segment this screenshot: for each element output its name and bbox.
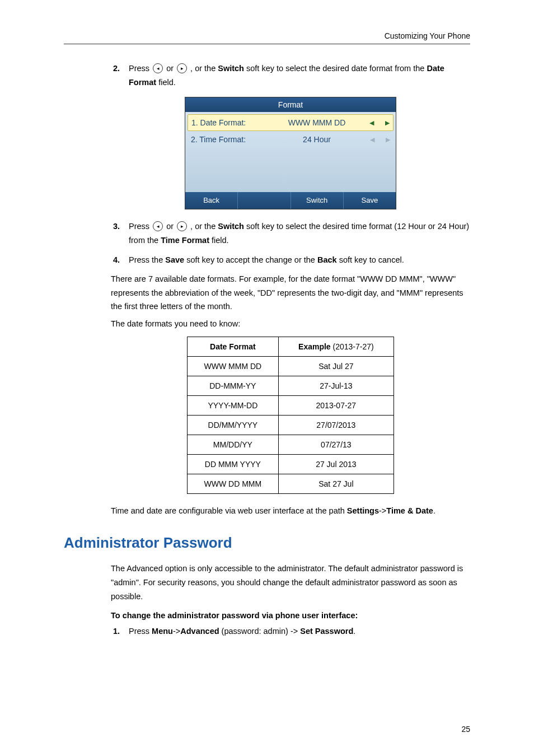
step-body: Press ◂ or ▸ , or the Switch soft key to… bbox=[129, 220, 470, 247]
chevron-left-icon[interactable]: ◀ bbox=[369, 119, 374, 127]
text: or bbox=[166, 222, 176, 231]
chevron-left-icon[interactable]: ◀ bbox=[370, 136, 374, 143]
cell-fmt: DD MMM YYYY bbox=[188, 454, 279, 474]
step-number: 1. bbox=[111, 624, 129, 638]
step-number: 4. bbox=[111, 253, 129, 267]
table-row: WWW MMM DDSat Jul 27 bbox=[188, 356, 394, 376]
step-2: 2. Press ◂ or ▸ , or the Switch soft key… bbox=[111, 62, 470, 89]
row-label: 2. Time Format: bbox=[191, 135, 264, 144]
text: Time and date are configurable via web u… bbox=[111, 506, 347, 515]
table-row: DD-MMM-YY27-Jul-13 bbox=[188, 376, 394, 395]
row-value: 24 Hour bbox=[264, 135, 370, 144]
phone-softkeys: Back Switch Save bbox=[185, 192, 396, 209]
left-arrow-icon: ◂ bbox=[153, 63, 163, 73]
phone-row-time-format[interactable]: 2. Time Format: 24 Hour ◀ ▶ bbox=[188, 131, 394, 148]
phone-body: 1. Date Format: WWW MMM DD ◀ ▶ 2. Time F… bbox=[185, 112, 396, 192]
save-label: Save bbox=[165, 255, 184, 264]
cell-ex: 27 Jul 2013 bbox=[278, 454, 394, 474]
softkey-back[interactable]: Back bbox=[185, 192, 238, 209]
text: -> bbox=[379, 506, 386, 515]
cell-ex: Sat 27 Jul bbox=[278, 474, 394, 493]
row-value: WWW MMM DD bbox=[264, 118, 369, 127]
left-arrow-icon: ◂ bbox=[153, 221, 163, 231]
text: Press bbox=[129, 222, 152, 231]
cell-fmt: WWW MMM DD bbox=[188, 356, 279, 376]
settings-label: Settings bbox=[347, 506, 379, 515]
col-example: Example (2013-7-27) bbox=[278, 337, 394, 356]
set-password-label: Set Password bbox=[300, 627, 353, 636]
table-row: MM/DD/YY07/27/13 bbox=[188, 435, 394, 454]
menu-label: Menu bbox=[152, 627, 173, 636]
text: soft key to select the desired date form… bbox=[246, 64, 427, 73]
table-row: WWW DD MMMSat 27 Jul bbox=[188, 474, 394, 493]
step-body: Press Menu->Advanced (password: admin) -… bbox=[129, 624, 470, 638]
section-administrator-password: Administrator Password bbox=[64, 534, 470, 552]
text: soft key to cancel. bbox=[339, 255, 404, 264]
formats-explanation: There are 7 available date formats. For … bbox=[111, 272, 470, 314]
cell-ex: 27/07/2013 bbox=[278, 415, 394, 435]
cell-fmt: MM/DD/YY bbox=[188, 435, 279, 454]
cell-ex: 2013-07-27 bbox=[278, 395, 394, 415]
text: . bbox=[433, 506, 435, 515]
cell-fmt: DD-MMM-YY bbox=[188, 376, 279, 395]
header-rule bbox=[64, 44, 470, 44]
text: , or the bbox=[190, 222, 218, 231]
step-3: 3. Press ◂ or ▸ , or the Switch soft key… bbox=[111, 220, 470, 247]
time-date-label: Time & Date bbox=[386, 506, 433, 515]
row-arrows[interactable]: ◀ ▶ bbox=[370, 136, 390, 143]
text: field. bbox=[158, 78, 176, 87]
cell-fmt: DD/MM/YYYY bbox=[188, 415, 279, 435]
table-row: DD/MM/YYYY27/07/2013 bbox=[188, 415, 394, 435]
text: (password: admin) -> bbox=[222, 627, 298, 636]
chevron-right-icon[interactable]: ▶ bbox=[386, 136, 390, 143]
switch-label: Switch bbox=[218, 64, 244, 73]
text: soft key to accept the change or the bbox=[186, 255, 317, 264]
right-arrow-icon: ▸ bbox=[177, 221, 187, 231]
text: , or the bbox=[190, 64, 218, 73]
cell-ex: 27-Jul-13 bbox=[278, 376, 394, 395]
cell-fmt: WWW DD MMM bbox=[188, 474, 279, 493]
text: -> bbox=[173, 627, 180, 636]
admin-subheading: To change the administrator password via… bbox=[111, 611, 470, 620]
step-number: 2. bbox=[111, 62, 129, 89]
time-format-label: Time Format bbox=[161, 236, 209, 245]
advanced-label: Advanced bbox=[180, 627, 219, 636]
text: or bbox=[166, 64, 176, 73]
table-row: DD MMM YYYY27 Jul 2013 bbox=[188, 454, 394, 474]
softkey-switch[interactable]: Switch bbox=[291, 192, 344, 209]
cell-fmt: YYYY-MM-DD bbox=[188, 395, 279, 415]
step-4: 4. Press the Save soft key to accept the… bbox=[111, 253, 470, 267]
row-label: 1. Date Format: bbox=[191, 118, 264, 127]
page-header: Customizing Your Phone bbox=[385, 31, 470, 40]
formats-need: The date formats you need to know: bbox=[111, 317, 470, 331]
right-arrow-icon: ▸ bbox=[177, 63, 187, 73]
step-body: Press ◂ or ▸ , or the Switch soft key to… bbox=[129, 62, 470, 89]
text: . bbox=[353, 627, 355, 636]
web-config-note: Time and date are configurable via web u… bbox=[111, 504, 470, 518]
row-arrows[interactable]: ◀ ▶ bbox=[369, 119, 390, 127]
text: (2013-7-27) bbox=[331, 342, 374, 351]
softkey-empty bbox=[238, 192, 291, 209]
admin-description: The Advanced option is only accessible t… bbox=[111, 562, 470, 603]
table-header-row: Date Format Example (2013-7-27) bbox=[188, 337, 394, 356]
softkey-save[interactable]: Save bbox=[344, 192, 396, 209]
text: Press the bbox=[129, 255, 165, 264]
chevron-right-icon[interactable]: ▶ bbox=[385, 119, 390, 127]
back-label: Back bbox=[317, 255, 337, 264]
step-number: 3. bbox=[111, 220, 129, 247]
phone-screen: Format 1. Date Format: WWW MMM DD ◀ ▶ 2.… bbox=[185, 97, 396, 209]
text: Press bbox=[129, 64, 152, 73]
switch-label: Switch bbox=[218, 222, 244, 231]
cell-ex: 07/27/13 bbox=[278, 435, 394, 454]
text: Example bbox=[298, 342, 331, 351]
admin-step-1: 1. Press Menu->Advanced (password: admin… bbox=[111, 624, 470, 638]
text: field. bbox=[212, 236, 229, 245]
phone-title: Format bbox=[185, 97, 396, 112]
text: Press bbox=[129, 627, 152, 636]
cell-ex: Sat Jul 27 bbox=[278, 356, 394, 376]
phone-row-date-format[interactable]: 1. Date Format: WWW MMM DD ◀ ▶ bbox=[188, 114, 394, 131]
date-format-table: Date Format Example (2013-7-27) WWW MMM … bbox=[187, 337, 394, 494]
table-row: YYYY-MM-DD2013-07-27 bbox=[188, 395, 394, 415]
page-number: 25 bbox=[461, 725, 470, 734]
step-body: Press the Save soft key to accept the ch… bbox=[129, 253, 470, 267]
